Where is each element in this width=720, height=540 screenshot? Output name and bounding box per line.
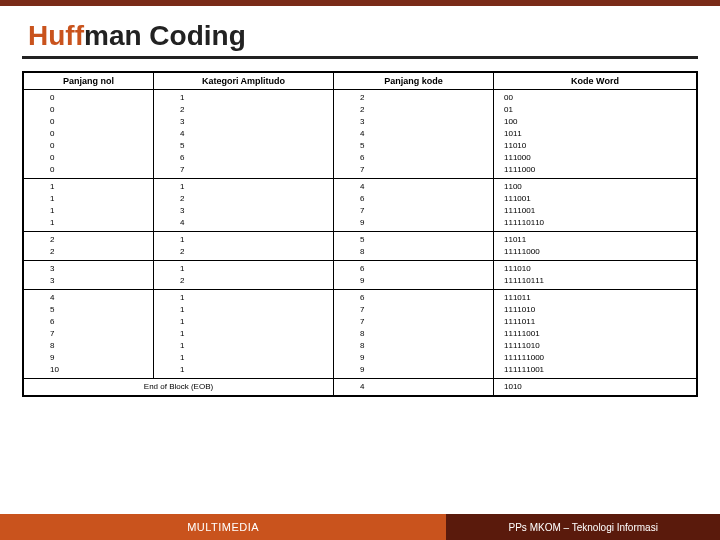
cell: 11111010 [494,340,697,352]
col-header: Panjang kode [334,73,494,90]
cell: 1010 [494,379,697,396]
cell: 01 [494,104,697,116]
cell: 3 [24,275,154,290]
cell: 1 [154,179,334,194]
cell: 111110111 [494,275,697,290]
table-row: 71811111001 [24,328,697,340]
table-row: 149111110110 [24,217,697,232]
cell: 6 [154,152,334,164]
cell: 5 [24,304,154,316]
table-row: 329111110111 [24,275,697,290]
cell: 9 [334,364,494,379]
cell: 4 [334,179,494,194]
table-row: 066111000 [24,152,697,164]
top-accent-bar [0,0,720,6]
cell: 00 [494,90,697,105]
cell: 0 [24,152,154,164]
cell: 2 [334,90,494,105]
cell: 1111000 [494,164,697,179]
cell: 0 [24,128,154,140]
cell: 6 [334,193,494,205]
cell: 9 [24,352,154,364]
huffman-table: Panjang nol Kategori Amplitudo Panjang k… [22,71,698,397]
cell: 3 [154,116,334,128]
cell: 100 [494,116,697,128]
cell: 0 [24,116,154,128]
table-row: 22811111000 [24,246,697,261]
cell: 7 [334,304,494,316]
cell: 111011 [494,290,697,305]
col-header: Kategori Amplitudo [154,73,334,90]
cell: 7 [24,328,154,340]
table-row: 5171111010 [24,304,697,316]
cell: 8 [334,340,494,352]
cell: 2 [24,232,154,247]
eob-cell: End of Block (EOB) [24,379,334,396]
cell: 1 [154,340,334,352]
table-row: End of Block (EOB)41010 [24,379,697,396]
cell: 1 [154,328,334,340]
table-row: 02201 [24,104,697,116]
cell: 0 [24,140,154,152]
cell: 5 [154,140,334,152]
table-row: 6171111011 [24,316,697,328]
cell: 1 [24,217,154,232]
table-row: 21511011 [24,232,697,247]
cell: 11010 [494,140,697,152]
cell: 1 [154,290,334,305]
table-row: 05511010 [24,140,697,152]
title-accent: Huff [28,20,84,51]
cell: 2 [24,246,154,261]
cell: 1 [154,304,334,316]
cell: 111110110 [494,217,697,232]
table-row: 1019111111001 [24,364,697,379]
cell: 1111010 [494,304,697,316]
cell: 6 [334,261,494,276]
cell: 111010 [494,261,697,276]
footer-right: PPs MKOM – Teknologi Informasi [446,514,720,540]
cell: 7 [334,164,494,179]
cell: 9 [334,275,494,290]
cell: 4 [24,290,154,305]
cell: 11011 [494,232,697,247]
cell: 0 [24,164,154,179]
cell: 1 [24,205,154,217]
title-rule [22,56,698,59]
cell: 1 [154,364,334,379]
cell: 3 [154,205,334,217]
page-title: Huffman Coding [28,20,720,52]
table-row: 0771111000 [24,164,697,179]
cell: 8 [334,246,494,261]
table-row: 81811111010 [24,340,697,352]
col-header: Kode Word [494,73,697,90]
cell: 6 [334,152,494,164]
cell: 2 [154,193,334,205]
cell: 111111000 [494,352,697,364]
table-row: 0441011 [24,128,697,140]
table-header-row: Panjang nol Kategori Amplitudo Panjang k… [24,73,697,90]
cell: 1 [24,193,154,205]
table-row: 416111011 [24,290,697,305]
cell: 111000 [494,152,697,164]
cell: 4 [154,217,334,232]
table-row: 919111111000 [24,352,697,364]
table-row: 1371111001 [24,205,697,217]
cell: 7 [154,164,334,179]
table-row: 316111010 [24,261,697,276]
cell: 1 [154,316,334,328]
cell: 10 [24,364,154,379]
cell: 1 [154,261,334,276]
cell: 8 [24,340,154,352]
cell: 0 [24,90,154,105]
cell: 2 [154,104,334,116]
cell: 5 [334,232,494,247]
cell: 1 [154,232,334,247]
cell: 1011 [494,128,697,140]
cell: 11111001 [494,328,697,340]
cell: 1 [154,352,334,364]
cell: 1 [24,179,154,194]
table-row: 01200 [24,90,697,105]
cell: 7 [334,316,494,328]
cell: 1111011 [494,316,697,328]
cell: 9 [334,217,494,232]
